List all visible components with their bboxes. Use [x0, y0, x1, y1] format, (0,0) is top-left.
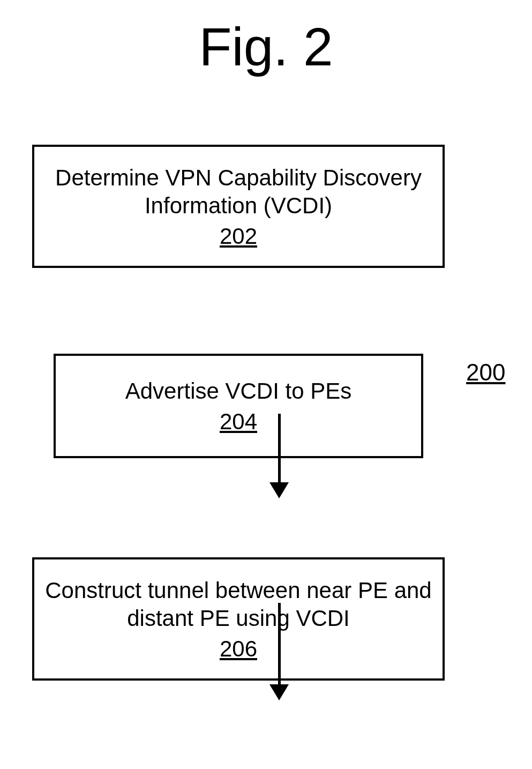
- flowchart-box-1: Determine VPN Capability Discovery Infor…: [32, 145, 445, 268]
- box-text: Advertise VCDI to PEs: [125, 377, 351, 406]
- figure-title: Fig. 2: [199, 16, 333, 78]
- arrow-line: [278, 603, 281, 684]
- flowchart-box-2: Advertise VCDI to PEs 204: [54, 354, 423, 458]
- arrow-down-icon: [269, 414, 289, 498]
- arrow-down-icon: [269, 603, 289, 700]
- box-text: Determine VPN Capability Discovery Infor…: [45, 164, 432, 220]
- box-text: Construct tunnel between near PE and dis…: [45, 577, 432, 633]
- arrow-head-icon: [269, 684, 289, 700]
- flowchart-container: Determine VPN Capability Discovery Infor…: [32, 145, 445, 681]
- box-reference: 204: [220, 409, 257, 435]
- box-reference: 206: [220, 636, 257, 662]
- box-reference: 202: [220, 223, 257, 249]
- arrow-line: [278, 414, 281, 482]
- arrow-head-icon: [269, 482, 289, 498]
- figure-reference-label: 200: [466, 359, 505, 386]
- flowchart-box-3: Construct tunnel between near PE and dis…: [32, 557, 445, 681]
